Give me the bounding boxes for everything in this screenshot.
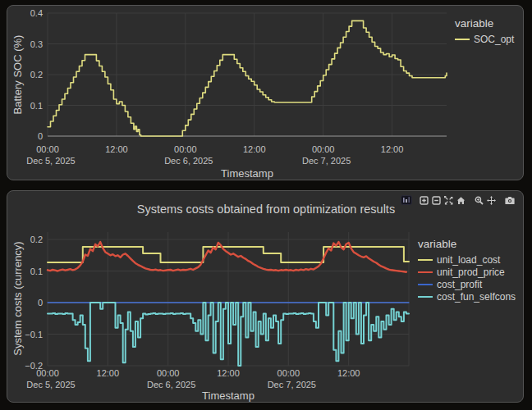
x-tick-label: 12:00 [97,368,120,379]
costs-chart-title: Systems costs obtained from optimization… [137,203,395,216]
soc-legend: variable SOC_opt [455,17,514,45]
zoom-out-button[interactable] [430,194,443,207]
soc-chart-card: Battery SOC (%) Timestamp variable SOC_o… [7,5,524,180]
x-tick-label: 12:00 [243,144,266,155]
legend-entry-cost-fun-selfcons[interactable]: cost_fun_selfcons [418,290,516,303]
x-tick-date-label: Dec 5, 2025 [26,380,75,390]
legend-label: SOC_opt [474,34,514,45]
x-tick-label: 00:00 [277,368,300,379]
zoom-button[interactable] [473,194,485,207]
zoom-out-icon [432,196,441,205]
costs-x-axis-title: Timestamp [202,390,255,402]
cost-profit-line-swatch [418,284,433,285]
cost-fun-selfcons-line-swatch [418,296,433,298]
x-tick-label: 12:00 [217,368,240,379]
camera-icon [505,196,515,205]
y-tick-label: 0.2 [7,70,43,80]
x-tick-date-label: Dec 6, 2025 [164,156,213,166]
autoscale-icon [444,196,453,205]
x-tick-date-label: Dec 6, 2025 [147,380,195,390]
pan-button[interactable] [485,194,498,207]
x-tick-label: 00:00 [36,144,59,155]
zoom-in-button[interactable] [418,194,430,207]
y-tick-label: 0 [7,131,43,142]
soc-opt-line-swatch [455,39,470,40]
unit-load-cost-line-swatch [418,259,433,261]
x-tick-label: 00:00 [312,144,335,155]
costs-legend: variable unit_load_cost unit_prod_price … [418,238,516,303]
legend-entry-cost-profit[interactable]: cost_profit [418,278,516,290]
autoscale-button[interactable] [443,194,455,207]
legend-label: cost_fun_selfcons [437,291,516,303]
plotly-logo-icon [401,195,412,205]
y-tick-label: 0 [7,298,43,308]
costs-legend-title: variable [418,238,516,250]
reset-axes-button[interactable] [455,194,467,207]
legend-entry-unit-prod-price[interactable]: unit_prod_price [418,266,516,278]
legend-label: unit_load_cost [437,254,500,266]
y-tick-label: −0.2 [7,361,43,371]
x-tick-date-label: Dec 5, 2025 [26,156,75,166]
y-tick-label: 0.1 [7,266,43,276]
soc-legend-title: variable [455,17,514,30]
y-tick-label: 0.2 [7,235,43,245]
y-tick-label: 0.3 [7,39,43,49]
download-image-button[interactable] [503,194,516,207]
legend-label: unit_prod_price [437,266,505,278]
legend-label: cost_profit [437,279,482,290]
x-tick-label: 00:00 [174,144,197,155]
pan-icon [487,196,496,205]
magnifier-icon [475,196,484,205]
x-tick-date-label: Dec 7, 2025 [268,380,316,390]
unit-prod-price-line-swatch [418,271,433,273]
soc-x-axis-title: Timestamp [221,167,273,180]
legend-entry-soc-opt[interactable]: SOC_opt [455,33,514,45]
x-tick-date-label: Dec 7, 2025 [302,156,351,166]
x-tick-label: 12:00 [381,144,404,155]
y-tick-label: 0.1 [7,100,43,111]
x-tick-label: 00:00 [157,368,180,379]
x-tick-label: 12:00 [105,144,128,155]
x-tick-label: 12:00 [337,368,360,379]
plotly-logo-button[interactable] [400,194,412,207]
y-tick-label: −0.1 [7,329,43,339]
plot-modebar [400,194,516,207]
legend-entry-unit-load-cost[interactable]: unit_load_cost [418,253,516,266]
home-icon [456,196,466,205]
y-tick-label: 0.4 [7,8,43,19]
costs-chart-card: Systems costs obtained from optimization… [7,190,524,403]
series-line-SOC_opt [48,20,447,136]
zoom-in-icon [420,196,429,205]
